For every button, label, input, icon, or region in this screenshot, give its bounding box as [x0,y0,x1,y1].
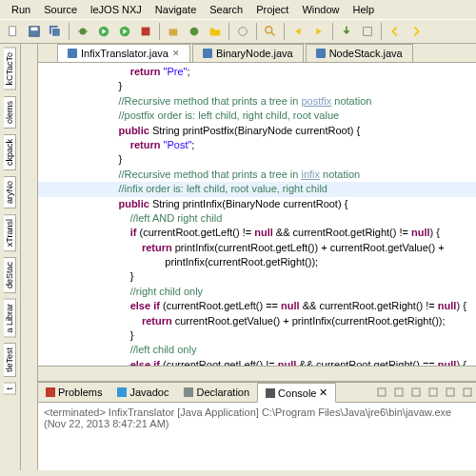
code-line[interactable]: public String printInfix(BinaryNode curr… [38,197,476,211]
menu-bar: RunSourceleJOS NXJNavigateSearchProjectW… [0,0,476,19]
console-status-line: <terminated> InfixTranslator [Java Appli… [44,407,451,429]
download-button[interactable] [337,22,356,41]
editor-tabs: InfixTranslator.java✕BinaryNode.javaNode… [38,44,476,63]
code-line[interactable]: else if (currentRoot.getLeft() != null &… [38,358,476,366]
open-type-button[interactable] [233,22,252,41]
bottom-panel: ProblemsJavadocDeclarationConsole ✕ <ter… [38,381,476,470]
annotation-next-button[interactable] [309,22,328,41]
horizontal-scrollbar[interactable] [38,366,476,381]
run-last-button[interactable] [115,22,134,41]
menu-run[interactable]: Run [6,2,36,17]
menu-source[interactable]: Source [38,2,83,17]
code-line[interactable]: if (currentRoot.getLeft() != null && cur… [38,226,476,240]
back-button[interactable] [386,22,405,41]
code-line[interactable]: return "Post"; [38,138,476,152]
code-line[interactable]: } [38,269,476,284]
side-tab[interactable]: olems [4,96,16,129]
code-line[interactable]: public String printPostfix(BinaryNode cu… [38,124,476,138]
svg-rect-21 [446,388,454,396]
external-tools-button[interactable] [136,22,155,41]
code-line[interactable]: } [38,152,476,167]
code-line[interactable]: return printInfix(currentRoot.getLeft())… [38,241,476,255]
toolbar [0,19,476,44]
menu-window[interactable]: Window [296,2,345,17]
save-button[interactable] [25,22,44,41]
remove-launch-button[interactable] [375,386,388,399]
save-all-button[interactable] [46,22,65,41]
display-button[interactable] [426,386,440,399]
svg-line-15 [271,32,275,36]
upload-button[interactable] [358,22,377,41]
code-line[interactable]: return "Pre"; [38,65,476,79]
max-button[interactable] [461,386,474,399]
menu-lejos-nxj[interactable]: leJOS NXJ [85,2,148,17]
code-editor[interactable]: return "Pre"; } //Recursive method that … [38,63,476,366]
side-tab[interactable]: xTransl [4,214,16,251]
remove-all-button[interactable] [392,386,406,399]
problems-icon [46,387,55,397]
toolbar-separator [159,23,160,40]
code-line[interactable]: printInfix(currentRoot.getRight()); [38,255,476,269]
bottom-tab-javadoc[interactable]: Javadoc [109,384,176,401]
java-file-icon [203,49,212,58]
code-line[interactable]: //right child only [38,285,476,299]
close-icon[interactable]: ✕ [172,49,180,58]
code-line[interactable]: } [38,328,476,343]
side-view-tabs: kCTacToolemsckpackaryNoxTransldeStaca Li… [0,44,21,470]
bottom-tab-declaration[interactable]: Declaration [176,384,257,401]
search-button[interactable] [261,22,280,41]
editor-tab[interactable]: NodeStack.java [306,44,413,62]
code-line[interactable]: //left child only [38,343,476,357]
forward-button[interactable] [407,22,426,41]
code-line[interactable]: //Recursive method that prints a tree in… [38,168,476,182]
menu-project[interactable]: Project [250,2,294,17]
menu-help[interactable]: Help [347,2,381,17]
side-tab[interactable]: t [4,383,16,395]
bottom-tab-problems[interactable]: Problems [38,384,109,401]
javadoc-icon [117,387,127,397]
debug-button[interactable] [73,22,92,41]
annotation-prev-button[interactable] [288,22,307,41]
run-button[interactable] [94,22,113,41]
min-button[interactable] [444,386,457,399]
new-class-button[interactable] [185,22,204,41]
toolbar-separator [284,23,285,40]
code-line[interactable]: else if (currentRoot.getLeft() == null &… [38,299,476,313]
new-folder-button[interactable] [206,22,225,41]
menu-search[interactable]: Search [204,2,248,17]
java-file-icon [68,49,77,58]
new-package-button[interactable] [164,22,183,41]
menu-navigate[interactable]: Navigate [149,2,202,17]
svg-rect-18 [395,388,403,396]
bottom-tab-console[interactable]: Console ✕ [257,383,336,403]
main-area: kCTacToolemsckpackaryNoxTransldeStaca Li… [0,44,476,470]
side-tab[interactable]: a Librar [4,299,16,338]
side-tab[interactable]: tleTest [4,343,16,377]
pin-button[interactable] [409,386,423,399]
console-output[interactable]: <terminated> InfixTranslator [Java Appli… [38,403,476,433]
code-line[interactable]: //postfix order is: left child, right ch… [38,109,476,123]
code-line[interactable]: } [38,79,476,93]
code-line[interactable]: //infix order is: left child, root value… [38,182,476,196]
svg-rect-17 [378,388,386,396]
code-line[interactable]: //Recursive method that prints a tree in… [38,94,476,109]
svg-rect-4 [52,29,61,37]
toolbar-separator [228,23,229,40]
side-tab[interactable]: deStac [4,257,16,293]
side-tab[interactable]: aryNo [4,176,16,208]
code-line[interactable]: return currentRoot.getValue() + printInf… [38,314,476,328]
editor-tab[interactable]: BinaryNode.java [192,44,304,62]
close-icon[interactable]: ✕ [319,387,327,399]
editor-tab[interactable]: InfixTranslator.java✕ [57,44,190,62]
tab-label: NodeStack.java [329,48,403,59]
editor-area: InfixTranslator.java✕BinaryNode.javaNode… [38,44,476,470]
console-icon [266,388,275,398]
bottom-tab-label: Console [278,387,316,399]
status-bar [0,470,476,476]
tab-label: BinaryNode.java [216,48,293,59]
side-tab[interactable]: kCTacTo [4,48,16,90]
bottom-tab-label: Problems [58,387,102,398]
code-line[interactable]: //left AND right child [38,211,476,226]
side-tab[interactable]: ckpack [4,134,16,170]
new-button[interactable] [4,22,23,41]
